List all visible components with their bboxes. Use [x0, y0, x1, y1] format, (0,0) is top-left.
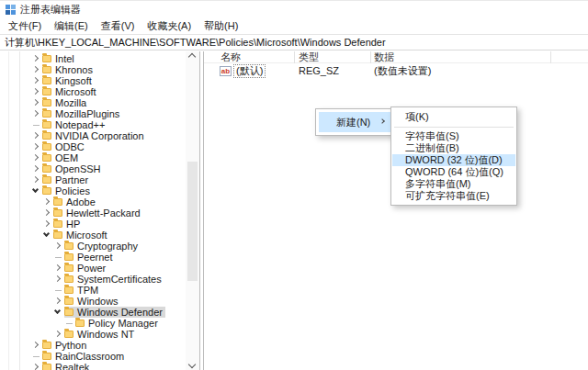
menu-file[interactable]: 文件(F) [2, 17, 48, 35]
folder-icon [53, 220, 62, 228]
chevron-right-icon[interactable] [32, 55, 39, 62]
tree-item-realtek[interactable]: Realtek [0, 362, 186, 370]
submenu-arrow-icon [379, 118, 385, 124]
chevron-right-icon[interactable] [32, 99, 39, 106]
column-header-type[interactable]: 类型 [299, 51, 319, 63]
chevron-down-icon[interactable] [32, 186, 39, 193]
tree-item-mozillaplugins[interactable]: MozillaPlugins [0, 108, 186, 119]
tree-item-openssh[interactable]: OpenSSH [0, 163, 186, 174]
submenu-item-multi-string-value[interactable]: 多字符串值(M) [392, 178, 515, 190]
submenu-item-qword-value[interactable]: QWORD (64 位)值(Q) [392, 166, 515, 178]
folder-icon [64, 253, 74, 261]
chevron-right-icon[interactable] [32, 110, 39, 117]
tree-item-peernet[interactable]: Peernet [0, 252, 186, 263]
tree-item-windows-nt[interactable]: Windows NT [0, 329, 186, 340]
tree-scrollbar[interactable] [186, 51, 199, 370]
menu-edit[interactable]: 编辑(E) [48, 17, 95, 35]
tree-item-oem[interactable]: OEM [0, 152, 186, 163]
scrollbar-thumb[interactable] [187, 162, 198, 281]
menu-help[interactable]: 帮助(H) [198, 17, 244, 35]
submenu-item-expandable-string-value[interactable]: 可扩充字符串值(E) [392, 190, 515, 202]
tree-leaf-dash [66, 323, 73, 324]
tree-item-partner[interactable]: Partner [0, 174, 186, 185]
tree-item-hewlett-packard[interactable]: Hewlett-Packard [0, 207, 186, 219]
tree-item-python[interactable]: Python [0, 340, 186, 351]
chevron-right-icon[interactable] [32, 88, 39, 95]
column-separator[interactable] [294, 51, 295, 63]
chevron-right-icon[interactable] [32, 364, 39, 370]
tree-item-windows-defender[interactable]: Windows Defender [0, 307, 186, 318]
tree-item-odbc[interactable]: ODBC [0, 141, 186, 152]
chevron-right-icon[interactable] [32, 342, 39, 348]
chevron-right-icon[interactable] [54, 331, 61, 337]
chevron-right-icon[interactable] [32, 165, 39, 172]
chevron-down-icon[interactable] [54, 308, 61, 314]
menu-view[interactable]: 查看(V) [95, 17, 141, 35]
tree-item-microsoft[interactable]: Microsoft [0, 86, 186, 97]
tree-item-khronos[interactable]: Khronos [0, 64, 186, 75]
string-value-icon: ab [220, 66, 232, 76]
folder-icon [42, 99, 51, 107]
context-menu-item-new[interactable]: 新建(N) [319, 112, 390, 132]
address-path: 计算机\HKEY_LOCAL_MACHINE\SOFTWARE\Policies… [5, 36, 386, 50]
submenu-item-binary-value[interactable]: 二进制值(B) [392, 142, 515, 154]
tree-item-policies-microsoft[interactable]: Microsoft [0, 230, 186, 241]
folder-icon [42, 121, 51, 129]
tree-item-adobe[interactable]: Adobe [0, 196, 186, 207]
tree-item-kingsoft[interactable]: Kingsoft [0, 75, 186, 86]
folder-icon [64, 331, 74, 338]
chevron-right-icon[interactable] [54, 297, 61, 304]
column-header-data[interactable]: 数据 [374, 51, 394, 63]
tree-item-policy-manager[interactable]: Policy Manager [0, 318, 186, 329]
tree-item-nvidia-corporation[interactable]: NVIDIA Corporation [0, 130, 186, 141]
submenu-item-key[interactable]: 项(K) [392, 110, 515, 124]
chevron-right-icon[interactable] [54, 275, 61, 282]
chevron-right-icon[interactable] [32, 176, 39, 183]
tree-item-policies[interactable]: Policies [0, 185, 186, 196]
tree-item-systemcertificates[interactable]: SystemCertificates [0, 274, 186, 285]
tree-item-rainclassroom[interactable]: RainClassroom [0, 351, 186, 362]
value-row-default[interactable]: ab (默认) REG_SZ (数值未设置) [204, 65, 588, 78]
chevron-right-icon[interactable] [43, 220, 50, 227]
tree-item-tpm[interactable]: TPM [0, 285, 186, 296]
chevron-down-icon[interactable] [43, 230, 50, 237]
tree-item-mozilla[interactable]: Mozilla [0, 97, 186, 108]
column-separator[interactable] [370, 51, 371, 63]
address-bar[interactable]: 计算机\HKEY_LOCAL_MACHINE\SOFTWARE\Policies… [0, 34, 588, 50]
scroll-up-icon[interactable] [188, 53, 196, 61]
column-header-name[interactable]: 名称 [220, 51, 241, 63]
folder-icon [42, 88, 51, 95]
folder-icon [42, 353, 51, 360]
tree-item-notepadpp[interactable]: Notepad++ [0, 119, 186, 130]
submenu-item-string-value[interactable]: 字符串值(S) [392, 130, 515, 142]
menu-favorites[interactable]: 收藏夹(A) [141, 17, 198, 35]
column-separator[interactable] [550, 51, 551, 63]
chevron-right-icon[interactable] [54, 264, 61, 271]
values-list: 名称 类型 数据 ab (默认) REG_SZ (数值未设置) [204, 51, 588, 370]
folder-icon [42, 165, 51, 173]
folder-icon [42, 55, 51, 62]
chevron-right-icon[interactable] [43, 198, 50, 205]
tree-item-intel[interactable]: Intel [0, 53, 186, 64]
chevron-right-icon[interactable] [43, 209, 50, 216]
scroll-down-icon[interactable] [188, 361, 196, 368]
folder-icon [42, 132, 51, 140]
chevron-right-icon[interactable] [54, 242, 61, 249]
folder-icon [42, 154, 51, 162]
chevron-right-icon[interactable] [32, 154, 39, 161]
submenu-item-dword-value[interactable]: DWORD (32 位)值(D) [392, 154, 515, 166]
folder-icon [53, 231, 62, 239]
context-menu: 新建(N) [315, 108, 394, 136]
tree-item-hp[interactable]: HP [0, 219, 186, 230]
registry-tree: Intel Khronos Kingsoft Microsoft Mozilla… [0, 51, 186, 370]
value-name[interactable]: (默认) [234, 65, 265, 77]
tree-item-windows[interactable]: Windows [0, 296, 186, 307]
chevron-right-icon[interactable] [32, 77, 39, 84]
chevron-right-icon[interactable] [32, 66, 39, 73]
chevron-right-icon[interactable] [32, 132, 39, 139]
chevron-right-icon[interactable] [32, 143, 39, 150]
main-area: Intel Khronos Kingsoft Microsoft Mozilla… [0, 51, 588, 370]
tree-item-power[interactable]: Power [0, 263, 186, 274]
tree-item-cryptography[interactable]: Cryptography [0, 241, 186, 252]
folder-icon [42, 364, 51, 370]
